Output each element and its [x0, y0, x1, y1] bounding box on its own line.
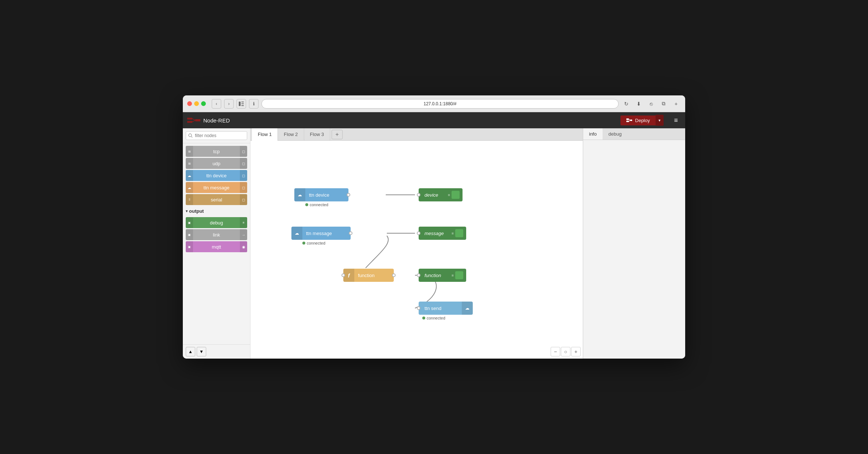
ttn-device-node[interactable]: ☁ ttn device connected	[294, 188, 348, 207]
tab-flow3[interactable]: Flow 3	[304, 128, 330, 141]
right-panel-content	[583, 140, 685, 359]
svg-rect-10	[626, 121, 629, 122]
app-title: Node-RED	[203, 117, 230, 124]
search-area	[183, 128, 250, 143]
zoom-out-button[interactable]: −	[551, 347, 560, 356]
scroll-up-button[interactable]: ▲	[186, 347, 195, 356]
duplicate-button[interactable]: ⧉	[659, 99, 668, 109]
add-tab-button[interactable]: +	[332, 130, 343, 139]
device-toggle[interactable]	[452, 191, 460, 199]
deploy-button[interactable]: Deploy	[620, 116, 656, 125]
device-output-node[interactable]: device ≡	[419, 188, 463, 201]
zoom-reset-button[interactable]: ○	[561, 347, 570, 356]
flow-canvas[interactable]: ☁ ttn device connected devi	[250, 141, 583, 359]
menu-button[interactable]: ≡	[671, 115, 681, 126]
sidebar-toggle-button[interactable]	[237, 99, 246, 109]
main-layout: ≋ tcp ◻ ≋ udp ◻ ☁ ttn device ◻	[183, 128, 685, 359]
svg-rect-3	[241, 105, 244, 106]
svg-rect-4	[187, 118, 192, 120]
message-toggle[interactable]	[455, 229, 463, 237]
output-section-header[interactable]: ▾ output	[183, 206, 250, 216]
link-right-icon: →	[240, 229, 247, 240]
function-output-label: function	[422, 273, 450, 278]
ttn-device-output-port	[347, 193, 350, 197]
output-section-label: output	[189, 208, 204, 214]
sidebar-bottom-controls: ▲ ▼	[183, 344, 250, 359]
function-output-port	[392, 273, 396, 277]
udp-left-icon: ≋	[186, 158, 193, 169]
logo-icon	[187, 116, 200, 124]
function-out-menu-icon: ≡	[452, 273, 454, 277]
send-status-dot	[422, 317, 425, 319]
udp-right-icon: ◻	[240, 158, 247, 169]
node-ttn-message[interactable]: ☁ ttn message ◻	[186, 182, 247, 193]
canvas-controls: − ○ +	[548, 345, 583, 359]
tab-flow1[interactable]: Flow 1	[252, 128, 278, 141]
scroll-down-button[interactable]: ▼	[197, 347, 206, 356]
tcp-right-icon: ◻	[240, 146, 247, 157]
device-output-label: device	[422, 192, 446, 198]
node-udp[interactable]: ≋ udp ◻	[186, 158, 247, 169]
deploy-dropdown-button[interactable]: ▾	[656, 115, 664, 126]
tab-flow2[interactable]: Flow 2	[278, 128, 304, 141]
debug-left-icon: ▣	[186, 217, 193, 228]
svg-line-12	[629, 120, 630, 121]
back-button[interactable]: ‹	[212, 99, 221, 109]
minimize-button[interactable]	[194, 101, 199, 106]
ttn-message-icon: ☁	[291, 227, 302, 240]
share-button[interactable]: ⎋	[646, 99, 656, 109]
ttn-message-node[interactable]: ☁ ttn message connected	[291, 227, 351, 245]
node-serial[interactable]: ⦀ serial ◻	[186, 194, 247, 205]
app-header: Node-RED Deploy ▾	[183, 112, 685, 128]
download-button[interactable]: ⬇	[634, 99, 644, 109]
ttn-message-output-port	[349, 231, 352, 235]
browser-chrome: ‹ › ℹ 127.0.0.1:1880/# ↻ ⬇ ⎋ ⧉ +	[183, 95, 685, 112]
node-tcp[interactable]: ≋ tcp ◻	[186, 146, 247, 157]
ttn-send-status: connected	[422, 316, 473, 320]
ttn-message-status: connected	[302, 241, 351, 245]
function-out-toggle[interactable]	[455, 271, 463, 279]
svg-rect-5	[187, 121, 192, 123]
ttn-message-node-label: ttn message	[302, 231, 351, 236]
output-arrow-icon: ▾	[186, 209, 188, 213]
close-button[interactable]	[187, 101, 192, 106]
serial-label: serial	[186, 197, 247, 203]
maximize-button[interactable]	[201, 101, 206, 106]
device-menu-icon: ≡	[448, 193, 450, 197]
ttn-send-label: ttn send	[419, 306, 462, 311]
info-button[interactable]: ℹ	[249, 99, 258, 109]
flow-tabs: Flow 1 Flow 2 Flow 3 +	[250, 128, 583, 141]
node-ttn-device[interactable]: ☁ ttn device ◻	[186, 170, 247, 181]
ttn-device-right: ◻	[240, 170, 247, 181]
ttn-device-label: ttn device	[186, 173, 247, 178]
svg-rect-1	[241, 102, 244, 102]
message-input-port	[417, 231, 420, 235]
ttn-device-icon: ☁	[186, 170, 193, 181]
svg-rect-0	[239, 102, 241, 106]
tab-info[interactable]: info	[583, 128, 603, 140]
deploy-button-group: Deploy ▾	[620, 115, 664, 126]
function-output-node[interactable]: function ≡	[419, 269, 466, 282]
node-debug[interactable]: ▣ debug ≡	[186, 217, 247, 228]
search-input[interactable]	[186, 131, 247, 140]
device-input-port	[417, 193, 420, 197]
function-node[interactable]: f function	[343, 269, 394, 282]
svg-rect-8	[195, 119, 200, 121]
node-mqtt[interactable]: ▣ mqtt ◉	[186, 241, 247, 252]
node-link[interactable]: ▣ link →	[186, 229, 247, 240]
svg-rect-9	[626, 118, 629, 120]
ttn-send-node[interactable]: ttn send ☁ connected	[419, 302, 473, 320]
tab-debug[interactable]: debug	[603, 128, 627, 140]
refresh-button[interactable]: ↻	[622, 99, 631, 109]
zoom-in-button[interactable]: +	[571, 347, 581, 356]
tcp-left-icon: ≋	[186, 146, 193, 157]
address-bar[interactable]: 127.0.0.1:1880/#	[261, 99, 619, 109]
debug-right-icon: ≡	[240, 217, 247, 228]
content-area: Flow 1 Flow 2 Flow 3 +	[250, 128, 583, 359]
debug-label: debug	[186, 220, 247, 226]
new-tab-button[interactable]: +	[671, 99, 681, 109]
traffic-lights	[187, 101, 206, 106]
message-output-node[interactable]: message ≡	[419, 227, 466, 240]
forward-button[interactable]: ›	[224, 99, 234, 109]
function-input-port	[341, 273, 345, 277]
